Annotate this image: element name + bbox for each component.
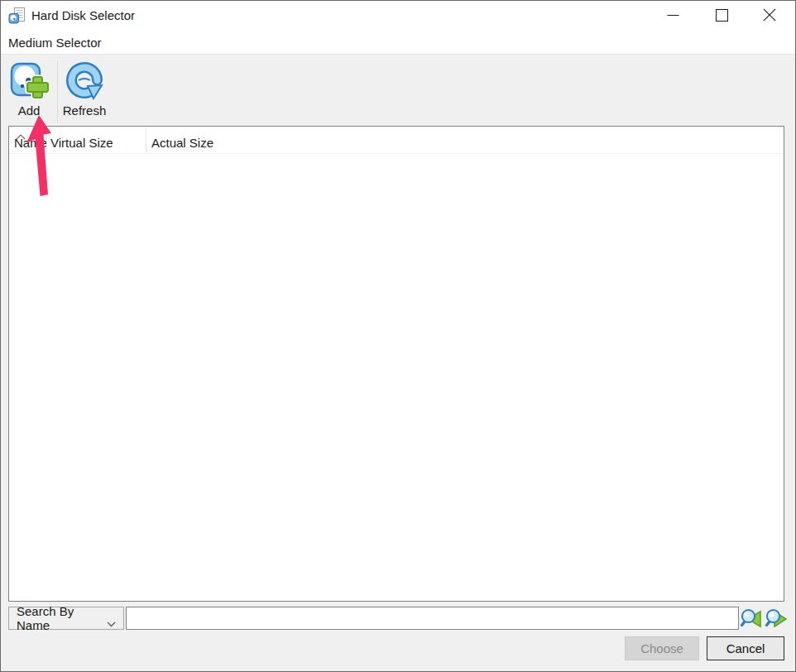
refresh-icon — [65, 60, 104, 100]
sort-ascending-icon — [16, 128, 26, 134]
chevron-down-icon — [107, 616, 116, 622]
minimize-button[interactable] — [655, 0, 691, 30]
maximize-button[interactable] — [703, 0, 740, 30]
window-title: Hard Disk Selector — [31, 8, 135, 22]
column-header-virtual-size[interactable]: Virtual Size — [50, 136, 113, 150]
app-icon — [8, 7, 26, 24]
maximize-icon — [716, 9, 728, 22]
hard-disk-add-icon — [9, 60, 49, 100]
minimize-icon — [667, 9, 679, 22]
add-button[interactable]: Add — [3, 60, 55, 118]
add-button-label: Add — [3, 103, 55, 118]
cancel-button[interactable]: Cancel — [707, 636, 784, 660]
media-list-body[interactable] — [9, 154, 784, 601]
titlebar-area: Hard Disk Selector Medium Selector — [0, 0, 796, 54]
search-input[interactable] — [126, 607, 739, 630]
search-previous-icon — [740, 607, 762, 630]
refresh-button-label: Refresh — [59, 103, 110, 118]
search-mode-value: Search By Name — [17, 604, 107, 632]
column-header-actual-size[interactable]: Actual Size — [151, 136, 213, 150]
search-next-icon — [765, 607, 787, 630]
column-header-name[interactable]: Name — [14, 136, 47, 150]
choose-button[interactable]: Choose — [625, 636, 699, 660]
toolbar-separator — [57, 61, 58, 122]
column-divider — [146, 127, 146, 152]
column-divider — [46, 127, 47, 152]
search-next-button[interactable] — [765, 607, 787, 630]
refresh-button[interactable]: Refresh — [59, 60, 110, 118]
media-list-panel: Name Virtual Size Actual Size — [8, 126, 784, 602]
close-icon — [763, 8, 776, 22]
search-previous-button[interactable] — [740, 607, 762, 630]
search-mode-dropdown[interactable]: Search By Name — [8, 607, 124, 630]
menu-item-medium-selector[interactable]: Medium Selector — [8, 35, 102, 50]
close-button[interactable] — [751, 0, 788, 30]
toolbar: Add Refresh — [0, 54, 796, 126]
